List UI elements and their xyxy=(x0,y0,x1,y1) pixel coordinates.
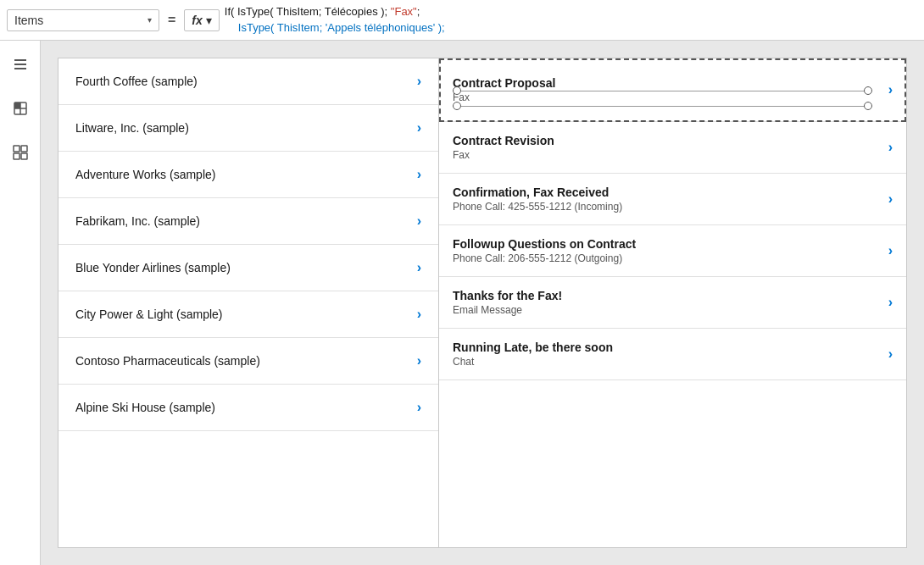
list-item-label: Fourth Coffee (sample) xyxy=(75,75,198,88)
chevron-right-icon: › xyxy=(888,243,893,258)
list-item-label: Fabrikam, Inc. (sample) xyxy=(75,214,200,228)
list-item[interactable]: Fourth Coffee (sample) › xyxy=(58,58,438,105)
detail-item-title: Contract Revision xyxy=(453,134,888,147)
fx-arrow-icon: ▾ xyxy=(206,14,212,27)
list-item-label: Adventure Works (sample) xyxy=(75,168,215,181)
chevron-right-icon: › xyxy=(888,295,893,310)
items-dropdown[interactable]: Items ▾ xyxy=(7,9,159,31)
chevron-right-icon: › xyxy=(417,74,421,89)
detail-item[interactable]: Followup Questions on Contract Phone Cal… xyxy=(439,225,906,277)
detail-item-title: Running Late, be there soon xyxy=(453,341,888,354)
svg-rect-8 xyxy=(21,146,27,152)
list-item[interactable]: Litware, Inc. (sample) › xyxy=(58,105,438,152)
detail-item-title: Thanks for the Fax! xyxy=(453,289,888,302)
list-item-label: Blue Yonder Airlines (sample) xyxy=(75,261,231,274)
list-item[interactable]: Fabrikam, Inc. (sample) › xyxy=(58,198,438,245)
detail-item-subtitle: Phone Call: 206-555-1212 (Outgoing) xyxy=(453,252,888,264)
chevron-right-icon: › xyxy=(417,307,421,322)
detail-item-content: Running Late, be there soon Chat xyxy=(453,341,888,368)
detail-item[interactable]: Thanks for the Fax! Email Message › xyxy=(439,277,906,329)
left-panel: Fourth Coffee (sample) › Litware, Inc. (… xyxy=(58,58,439,548)
selection-handle-right-top xyxy=(864,86,872,95)
svg-rect-9 xyxy=(14,153,19,159)
hamburger-menu-icon[interactable] xyxy=(7,51,34,78)
detail-item-subtitle: Fax xyxy=(453,149,888,161)
svg-rect-4 xyxy=(14,102,20,108)
detail-item-title: Confirmation, Fax Received xyxy=(453,186,888,199)
chevron-right-icon: › xyxy=(888,140,893,155)
detail-item-content: Contract Proposal Fax xyxy=(453,76,888,103)
detail-item-content: Thanks for the Fax! Email Message xyxy=(453,289,888,316)
detail-item-subtitle: Fax xyxy=(453,91,888,103)
fx-button[interactable]: fx ▾ xyxy=(184,9,219,31)
formula-text: If( IsType( ThisItem; Télécopies ); "Fax… xyxy=(225,4,917,35)
formula-line-1: If( IsType( ThisItem; Télécopies ); "Fax… xyxy=(225,4,917,19)
list-item[interactable]: City Power & Light (sample) › xyxy=(58,291,438,338)
svg-rect-10 xyxy=(21,153,27,159)
detail-item-content: Followup Questions on Contract Phone Cal… xyxy=(453,237,888,264)
dropdown-label: Items xyxy=(14,14,43,27)
list-item-label: Litware, Inc. (sample) xyxy=(75,121,189,135)
formula-bar: Items ▾ = fx ▾ If( IsType( ThisItem; Tél… xyxy=(0,0,924,41)
equals-sign: = xyxy=(164,13,179,28)
main-area: Fourth Coffee (sample) › Litware, Inc. (… xyxy=(0,41,924,565)
detail-item[interactable]: Running Late, be there soon Chat › xyxy=(439,329,906,380)
grid-icon[interactable] xyxy=(7,139,34,166)
right-panel: Contract Proposal Fax › Contract Revisio… xyxy=(439,58,907,548)
list-item-label: City Power & Light (sample) xyxy=(75,307,223,321)
dropdown-arrow-icon: ▾ xyxy=(148,15,152,25)
sidebar xyxy=(0,41,41,565)
list-item-label: Contoso Pharmaceuticals (sample) xyxy=(75,354,260,368)
content-area: Fourth Coffee (sample) › Litware, Inc. (… xyxy=(41,41,924,565)
chevron-right-icon: › xyxy=(417,120,421,136)
selection-handle-left-bottom xyxy=(453,102,461,110)
detail-item-content: Confirmation, Fax Received Phone Call: 4… xyxy=(453,186,888,213)
detail-item-subtitle: Chat xyxy=(453,356,888,368)
list-item[interactable]: Contoso Pharmaceuticals (sample) › xyxy=(58,338,438,385)
selection-handle-line-bottom xyxy=(453,106,872,107)
formula-line-2: IsType( ThisItem; 'Appels téléphoniques'… xyxy=(225,20,917,36)
chevron-right-icon: › xyxy=(417,213,421,229)
chevron-right-icon: › xyxy=(888,191,893,207)
chevron-right-icon: › xyxy=(417,260,421,275)
selection-handle-left-top xyxy=(453,86,461,95)
chevron-right-icon: › xyxy=(888,82,893,97)
detail-item-subtitle: Phone Call: 425-555-1212 (Incoming) xyxy=(453,201,888,213)
svg-rect-7 xyxy=(14,146,19,152)
detail-item-subtitle: Email Message xyxy=(453,304,888,316)
detail-item-title: Contract Proposal xyxy=(453,76,888,90)
detail-item[interactable]: Contract Revision Fax › xyxy=(439,122,906,174)
detail-item-title: Followup Questions on Contract xyxy=(453,237,888,251)
fx-label: fx xyxy=(192,14,202,27)
list-item[interactable]: Alpine Ski House (sample) › xyxy=(58,385,438,431)
list-item-label: Alpine Ski House (sample) xyxy=(75,401,215,414)
detail-item[interactable]: Confirmation, Fax Received Phone Call: 4… xyxy=(439,174,906,225)
detail-item-content: Contract Revision Fax xyxy=(453,134,888,161)
detail-item-selected[interactable]: Contract Proposal Fax › xyxy=(439,58,906,122)
list-item[interactable]: Blue Yonder Airlines (sample) › xyxy=(58,245,438,291)
selection-handle-right-bottom xyxy=(864,102,872,110)
chevron-right-icon: › xyxy=(417,400,421,415)
chevron-right-icon: › xyxy=(417,167,421,182)
chevron-right-icon: › xyxy=(888,346,893,362)
selection-handle-line-top xyxy=(453,91,872,91)
list-item[interactable]: Adventure Works (sample) › xyxy=(58,152,438,198)
layers-icon[interactable] xyxy=(7,95,34,122)
chevron-right-icon: › xyxy=(417,353,421,368)
